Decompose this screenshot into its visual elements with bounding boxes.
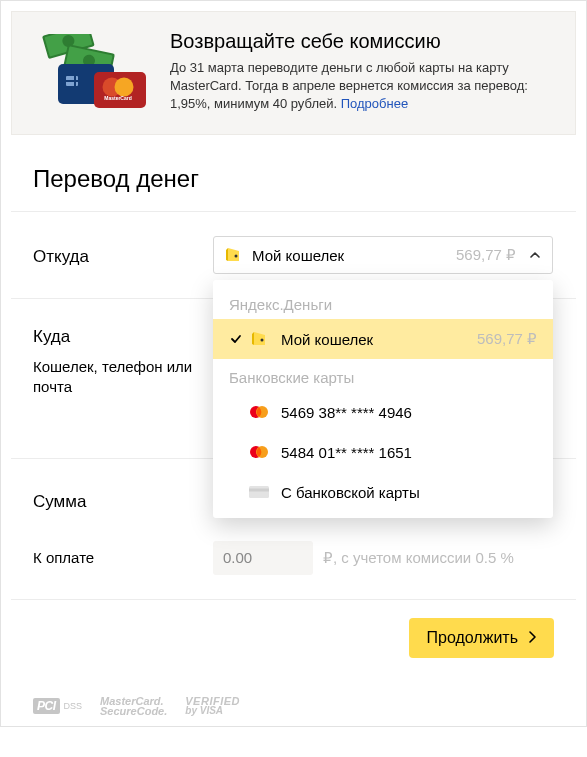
dropdown-item-label: 5484 01** **** 1651: [281, 444, 537, 461]
dropdown-group-wallet: Яндекс.Деньги: [213, 286, 553, 319]
svg-point-12: [115, 78, 134, 97]
pci-dss-badge: PCI DSS: [33, 698, 82, 714]
amount-label: Сумма: [33, 488, 213, 512]
vv-line2: by VISA: [185, 706, 240, 716]
to-sublabel: Кошелек, телефон или почта: [33, 357, 213, 398]
pci-label: PCI: [33, 698, 60, 714]
svg-point-14: [235, 255, 238, 258]
security-badges: PCI DSS MasterCard. SecureCode. VERIFIED…: [11, 686, 576, 717]
continue-button[interactable]: Продолжить: [409, 618, 554, 658]
mastercard-icon: [247, 405, 271, 419]
dropdown-item-label: 5469 38** **** 4946: [281, 404, 537, 421]
dropdown-item-balance: 569,77 ₽: [477, 330, 537, 348]
from-select-balance: 569,77 ₽: [456, 246, 516, 264]
actions: Продолжить: [11, 600, 576, 686]
continue-button-label: Продолжить: [427, 629, 518, 647]
dropdown-item-wallet[interactable]: Мой кошелек 569,77 ₽: [213, 319, 553, 359]
mastercard-securecode-badge: MasterCard. SecureCode.: [100, 696, 167, 717]
mc-line2: SecureCode.: [100, 706, 167, 716]
promo-title: Возвращайте себе комиссию: [170, 30, 555, 53]
from-label: Откуда: [33, 243, 213, 267]
svg-text:MasterCard: MasterCard: [104, 95, 132, 101]
check-icon: [225, 332, 247, 346]
topay-note: ₽, с учетом комиссии 0.5 %: [323, 549, 514, 567]
wallet-icon: [224, 246, 242, 264]
promo-banner: MasterCard Возвращайте себе комиссию До …: [11, 11, 576, 135]
mastercard-icon: [247, 445, 271, 459]
svg-point-15: [261, 339, 264, 342]
svg-rect-9: [66, 80, 78, 82]
page-title: Перевод денег: [33, 165, 576, 193]
dropdown-group-cards: Банковские карты: [213, 359, 553, 392]
topay-value: 0.00: [213, 541, 313, 575]
svg-rect-21: [249, 489, 269, 492]
verified-by-visa-badge: VERIFIED by VISA: [185, 696, 240, 716]
from-dropdown: Яндекс.Деньги Мой кошелек 569,77 ₽: [213, 280, 553, 518]
from-select-label: Мой кошелек: [252, 247, 448, 264]
to-label: Куда: [33, 323, 213, 347]
dss-label: DSS: [64, 701, 83, 711]
promo-link[interactable]: Подробнее: [341, 96, 408, 111]
dropdown-item-card[interactable]: 5484 01** **** 1651: [213, 432, 553, 472]
promo-illustration: MasterCard: [32, 34, 152, 114]
row-from: Откуда Мой кошелек 569,77 ₽: [11, 212, 576, 298]
topay-label: К оплате: [33, 549, 213, 566]
card-icon: [247, 485, 271, 499]
from-select[interactable]: Мой кошелек 569,77 ₽: [213, 236, 553, 274]
promo-description: До 31 марта переводите деньги с любой ка…: [170, 59, 555, 114]
dropdown-item-card[interactable]: 5469 38** **** 4946: [213, 392, 553, 432]
chevron-right-icon: [528, 631, 536, 645]
row-topay: К оплате 0.00 ₽, с учетом комиссии 0.5 %: [11, 541, 576, 599]
dropdown-item-label: С банковской карты: [281, 484, 537, 501]
wallet-icon: [247, 330, 271, 348]
chevron-up-icon: [528, 248, 542, 262]
dropdown-item-label: Мой кошелек: [281, 331, 477, 348]
svg-rect-20: [249, 486, 269, 498]
dropdown-item-newcard[interactable]: С банковской карты: [213, 472, 553, 512]
